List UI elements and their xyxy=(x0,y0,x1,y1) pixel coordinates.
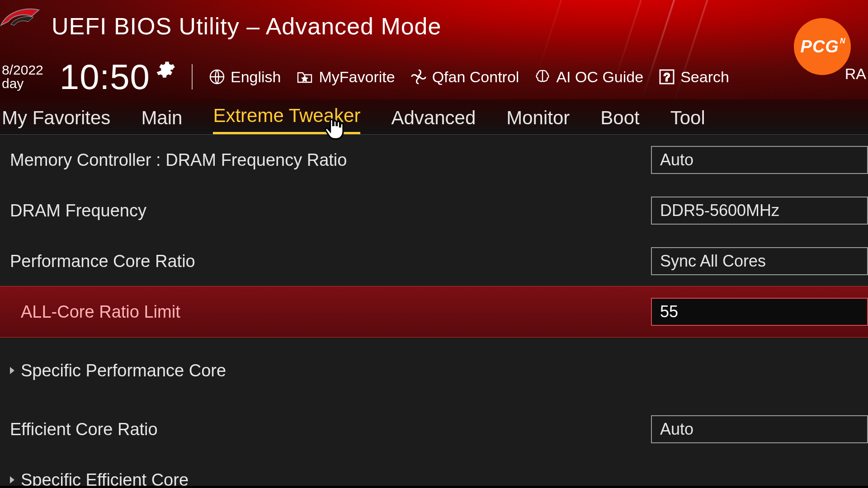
setting-label: Memory Controller : DRAM Frequency Ratio xyxy=(10,150,651,170)
pcgn-badge: PCG N xyxy=(794,18,851,75)
globe-icon xyxy=(209,69,225,85)
tab-extreme-tweaker[interactable]: Extreme Tweaker xyxy=(213,105,360,134)
myfavorite-label: MyFavorite xyxy=(319,68,395,86)
main-tabs: My FavoritesMainExtreme TweakerAdvancedM… xyxy=(0,99,868,135)
tab-advanced[interactable]: Advanced xyxy=(391,107,476,134)
fan-icon xyxy=(410,69,427,85)
setting-row[interactable]: DRAM FrequencyDDR5-5600MHz xyxy=(0,185,868,236)
search-button[interactable]: ? Search xyxy=(659,68,729,86)
gear-icon[interactable] xyxy=(155,59,175,80)
top-info-bar: 8/2022 day 10:50 English MyFavorite xyxy=(0,54,868,99)
expander-icon xyxy=(10,367,14,374)
tab-my-favorites[interactable]: My Favorites xyxy=(2,107,110,134)
setting-label-text: DRAM Frequency xyxy=(10,201,146,221)
setting-label: Efficient Core Ratio xyxy=(10,420,651,439)
cutoff-text-ra: RA xyxy=(845,65,866,83)
myfavorite-button[interactable]: MyFavorite xyxy=(296,68,395,86)
svg-text:?: ? xyxy=(664,71,670,83)
setting-row[interactable]: Performance Core RatioSync All Cores xyxy=(0,236,868,286)
setting-value-field[interactable]: Auto xyxy=(651,415,868,443)
setting-row[interactable]: Specific Efficient Core xyxy=(0,455,868,486)
setting-label: Specific Efficient Core xyxy=(10,470,868,486)
setting-value-field[interactable]: Sync All Cores xyxy=(651,247,868,275)
date-line1: 8/2022 xyxy=(2,63,43,77)
setting-label-text: Performance Core Ratio xyxy=(10,252,195,271)
brain-icon xyxy=(534,69,551,85)
setting-label: Specific Performance Core xyxy=(10,361,868,380)
setting-label: ALL-Core Ratio Limit xyxy=(21,302,651,322)
tab-monitor[interactable]: Monitor xyxy=(506,107,570,134)
date-display: 8/2022 day xyxy=(2,63,43,90)
setting-label: DRAM Frequency xyxy=(10,201,651,221)
setting-label-text: ALL-Core Ratio Limit xyxy=(21,302,180,322)
setting-row[interactable]: ALL-Core Ratio Limit55 xyxy=(0,286,868,337)
svg-point-1 xyxy=(417,75,420,78)
setting-value-field[interactable]: DDR5-5600MHz xyxy=(651,197,868,225)
tab-boot[interactable]: Boot xyxy=(600,107,639,134)
clock-time: 10:50 xyxy=(60,56,150,98)
tab-tool[interactable]: Tool xyxy=(670,107,705,134)
badge-sup: N xyxy=(840,37,845,45)
folder-star-icon xyxy=(296,70,313,84)
settings-panel: Memory Controller : DRAM Frequency Ratio… xyxy=(0,135,868,486)
setting-row[interactable]: Efficient Core RatioAuto xyxy=(0,404,868,455)
language-label: English xyxy=(231,68,281,86)
rog-logo-icon xyxy=(0,6,41,38)
expander-icon xyxy=(10,476,14,483)
bios-header: UEFI BIOS Utility – Advanced Mode 8/2022… xyxy=(0,0,868,99)
setting-value-field[interactable]: Auto xyxy=(651,146,868,174)
search-label: Search xyxy=(680,68,729,86)
language-button[interactable]: English xyxy=(209,68,281,86)
setting-row[interactable]: Memory Controller : DRAM Frequency Ratio… xyxy=(0,135,868,185)
badge-main: PCG xyxy=(801,37,839,56)
setting-label-text: Memory Controller : DRAM Frequency Ratio xyxy=(10,150,347,170)
setting-label-text: Efficient Core Ratio xyxy=(10,420,158,439)
tab-main[interactable]: Main xyxy=(141,107,182,134)
setting-value-field[interactable]: 55 xyxy=(651,298,868,326)
setting-label: Performance Core Ratio xyxy=(10,252,651,271)
page-title: UEFI BIOS Utility – Advanced Mode xyxy=(52,13,441,40)
setting-label-text: Specific Performance Core xyxy=(21,361,226,380)
help-box-icon: ? xyxy=(659,69,675,85)
divider xyxy=(192,64,193,89)
toolbar: English MyFavorite Qfan Control AI O xyxy=(209,68,729,86)
ai-oc-guide-button[interactable]: AI OC Guide xyxy=(534,68,643,86)
setting-row[interactable]: Specific Performance Core xyxy=(0,345,868,396)
date-line2: day xyxy=(2,77,43,90)
qfan-label: Qfan Control xyxy=(432,68,519,86)
clock-display: 10:50 xyxy=(60,56,175,98)
qfan-button[interactable]: Qfan Control xyxy=(410,68,519,86)
ai-oc-label: AI OC Guide xyxy=(556,68,643,86)
setting-label-text: Specific Efficient Core xyxy=(21,470,189,486)
